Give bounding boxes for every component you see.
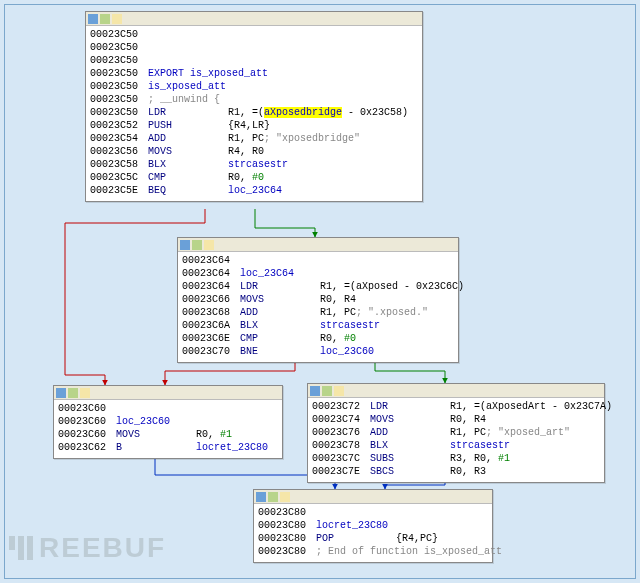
code-line: 00023C60loc_23C60 — [58, 415, 278, 428]
code-line: 00023C50 — [90, 54, 418, 67]
block-body: 00023C6400023C64loc_23C6400023C64LDRR1, … — [178, 252, 458, 362]
block-body: 00023C72LDRR1, =(aXposedArt - 0x23C7A)00… — [308, 398, 604, 482]
code-line: 00023C50; __unwind { — [90, 93, 418, 106]
code-line: 00023C60 — [58, 402, 278, 415]
code-line: 00023C64loc_23C64 — [182, 267, 454, 280]
code-line: 00023C6ECMPR0, #0 — [182, 332, 454, 345]
watermark-logo-icon — [9, 536, 33, 560]
code-line: 00023C50 — [90, 41, 418, 54]
code-line: 00023C80POP{R4,PC} — [258, 532, 488, 545]
code-line: 00023C50 — [90, 28, 418, 41]
window-icons — [88, 14, 100, 24]
code-line: 00023C60MOVSR0, #1 — [58, 428, 278, 441]
block-titlebar — [308, 384, 604, 398]
svg-rect-3 — [180, 240, 190, 250]
code-line: 00023C80; End of function is_xposed_att — [258, 545, 488, 558]
svg-rect-10 — [322, 386, 332, 396]
svg-rect-11 — [334, 386, 344, 396]
code-line: 00023C50LDRR1, =(aXposedbridge - 0x23C58… — [90, 106, 418, 119]
svg-rect-13 — [268, 492, 278, 502]
code-line: 00023C5CCMPR0, #0 — [90, 171, 418, 184]
code-line: 00023C70BNEloc_23C60 — [182, 345, 454, 358]
code-line: 00023C74MOVSR0, R4 — [312, 413, 600, 426]
code-line: 00023C58BLXstrcasestr — [90, 158, 418, 171]
svg-rect-1 — [100, 14, 110, 24]
graph-canvas[interactable]: 00023C5000023C5000023C5000023C50EXPORT i… — [4, 4, 636, 579]
block-00023C72[interactable]: 00023C72LDRR1, =(aXposedArt - 0x23C7A)00… — [307, 383, 605, 483]
svg-rect-5 — [204, 240, 214, 250]
svg-rect-12 — [256, 492, 266, 502]
window-icons — [256, 492, 268, 502]
window-icons — [180, 240, 192, 250]
code-line: 00023C78BLXstrcasestr — [312, 439, 600, 452]
window-icons — [56, 388, 68, 398]
block-00023C50[interactable]: 00023C5000023C5000023C5000023C50EXPORT i… — [85, 11, 423, 202]
block-00023C80[interactable]: 00023C8000023C80locret_23C8000023C80POP{… — [253, 489, 493, 563]
code-line: 00023C62Blocret_23C80 — [58, 441, 278, 454]
code-line: 00023C80 — [258, 506, 488, 519]
code-line: 00023C6ABLXstrcasestr — [182, 319, 454, 332]
code-line: 00023C64LDRR1, =(aXposed - 0x23C6C) — [182, 280, 454, 293]
watermark-text: REEBUF — [39, 532, 166, 564]
code-line: 00023C80locret_23C80 — [258, 519, 488, 532]
block-titlebar — [254, 490, 492, 504]
window-icons — [310, 386, 322, 396]
block-00023C60[interactable]: 00023C6000023C60loc_23C6000023C60MOVSR0,… — [53, 385, 283, 459]
svg-rect-8 — [80, 388, 90, 398]
code-line: 00023C54ADDR1, PC ; "xposedbridge" — [90, 132, 418, 145]
svg-rect-4 — [192, 240, 202, 250]
code-line: 00023C76ADDR1, PC ; "xposed_art" — [312, 426, 600, 439]
code-line: 00023C66MOVSR0, R4 — [182, 293, 454, 306]
svg-rect-2 — [112, 14, 122, 24]
block-titlebar — [86, 12, 422, 26]
code-line: 00023C68ADDR1, PC ; ".xposed." — [182, 306, 454, 319]
code-line: 00023C52PUSH{R4,LR} — [90, 119, 418, 132]
svg-rect-6 — [56, 388, 66, 398]
svg-rect-9 — [310, 386, 320, 396]
block-body: 00023C8000023C80locret_23C8000023C80POP{… — [254, 504, 492, 562]
code-line: 00023C7ESBCSR0, R3 — [312, 465, 600, 478]
block-titlebar — [54, 386, 282, 400]
block-body: 00023C6000023C60loc_23C6000023C60MOVSR0,… — [54, 400, 282, 458]
code-line: 00023C5EBEQloc_23C64 — [90, 184, 418, 197]
code-line: 00023C56MOVSR4, R0 — [90, 145, 418, 158]
svg-rect-0 — [88, 14, 98, 24]
code-line: 00023C72LDRR1, =(aXposedArt - 0x23C7A) — [312, 400, 600, 413]
code-line: 00023C7CSUBSR3, R0, #1 — [312, 452, 600, 465]
watermark: REEBUF — [9, 532, 166, 564]
svg-rect-7 — [68, 388, 78, 398]
block-body: 00023C5000023C5000023C5000023C50EXPORT i… — [86, 26, 422, 201]
block-00023C64[interactable]: 00023C6400023C64loc_23C6400023C64LDRR1, … — [177, 237, 459, 363]
code-line: 00023C50is_xposed_att — [90, 80, 418, 93]
code-line: 00023C64 — [182, 254, 454, 267]
code-line: 00023C50EXPORT is_xposed_att — [90, 67, 418, 80]
svg-rect-14 — [280, 492, 290, 502]
block-titlebar — [178, 238, 458, 252]
